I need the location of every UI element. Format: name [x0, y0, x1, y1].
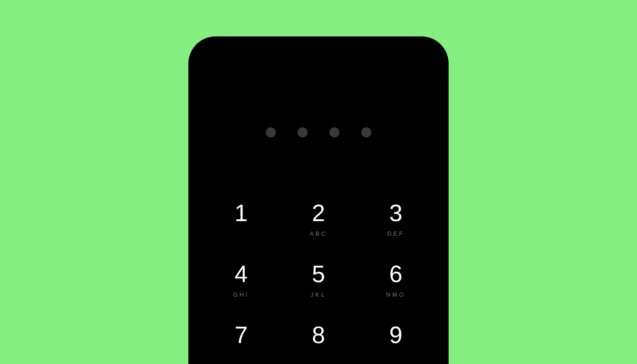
pin-dot: [298, 127, 308, 137]
key-2[interactable]: 2 ABC: [300, 201, 337, 237]
key-digit: 7: [235, 323, 248, 347]
key-9[interactable]: 9: [378, 323, 414, 359]
key-letters: GHI: [233, 291, 249, 298]
key-digit: 4: [235, 262, 248, 286]
key-3[interactable]: 3 DEF: [378, 201, 414, 237]
key-digit: 9: [389, 323, 403, 347]
key-6[interactable]: 6 NMO: [378, 262, 414, 298]
key-1[interactable]: 1: [223, 201, 259, 237]
pin-dot: [361, 127, 371, 137]
phone-frame: 1 2 ABC 3 DEF 4 GHI 5 JKL 6 NMO 7 8: [188, 36, 449, 364]
pin-dot: [266, 127, 276, 137]
key-letters: NMO: [386, 291, 405, 298]
pin-dot: [329, 127, 339, 137]
key-digit: 1: [235, 201, 248, 225]
key-digit: 3: [389, 201, 403, 225]
key-digit: 5: [312, 262, 325, 286]
key-7[interactable]: 7: [223, 323, 259, 359]
key-letters: ABC: [310, 230, 328, 237]
key-8[interactable]: 8: [300, 323, 337, 359]
key-4[interactable]: 4 GHI: [223, 262, 259, 298]
key-5[interactable]: 5 JKL: [300, 262, 337, 298]
key-letters: JKL: [311, 291, 326, 298]
key-digit: 8: [312, 323, 325, 347]
key-digit: 2: [312, 201, 325, 225]
pin-dots: [266, 127, 371, 137]
keypad: 1 2 ABC 3 DEF 4 GHI 5 JKL 6 NMO 7 8: [223, 201, 414, 359]
key-letters: DEF: [387, 230, 404, 237]
key-digit: 6: [389, 262, 403, 286]
